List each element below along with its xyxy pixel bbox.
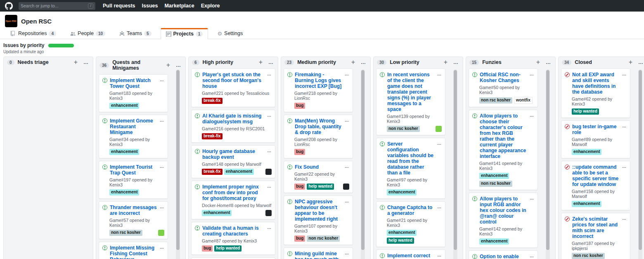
column-menu-button[interactable]: … <box>268 59 274 65</box>
issue-card[interactable]: Allow players to input RGB and/or hex co… <box>469 193 538 248</box>
org-avatar[interactable]: Open RSC <box>5 15 17 27</box>
issue-card[interactable]: Not all EXP award and skill events have … <box>561 68 630 118</box>
issue-card[interactable]: Server configuration variables should be… <box>376 138 445 199</box>
issue-card[interactable]: ::update command able to be set a specif… <box>561 161 630 210</box>
tab-settings[interactable]: ⚙Settings <box>212 28 248 39</box>
add-card-button[interactable]: + <box>259 59 263 65</box>
card-menu-button[interactable]: … <box>530 113 534 118</box>
issue-card[interactable]: NPC aggressive behaviour doesn't appear … <box>284 195 353 245</box>
add-card-button[interactable]: + <box>536 59 540 65</box>
add-card-button[interactable]: + <box>629 59 632 65</box>
card-menu-button[interactable]: … <box>530 72 534 76</box>
issue-title-link[interactable]: Implement Gnome Restaurant Minigame <box>110 118 158 135</box>
nav-explore[interactable]: Explore <box>201 3 220 9</box>
tab-people[interactable]: People10 <box>65 28 110 39</box>
issue-title-link[interactable]: Change Captcha to a generator <box>387 205 436 216</box>
card-menu-button[interactable]: … <box>160 118 164 122</box>
card-menu-button[interactable]: … <box>345 164 349 169</box>
issue-card[interactable]: Implement proper nginx conf from dev int… <box>191 181 275 219</box>
nav-issues[interactable]: Issues <box>142 3 158 9</box>
issue-title-link[interactable]: Player's get stuck on the second floor o… <box>202 72 265 89</box>
issue-title-link[interactable]: Validate that a human is creating charac… <box>202 225 265 237</box>
scrollbar-thumb[interactable] <box>454 70 457 250</box>
issue-title-link[interactable]: Zeke's scimitar prices for steel and mit… <box>572 216 620 239</box>
card-menu-button[interactable]: … <box>267 225 272 230</box>
card-menu-button[interactable]: … <box>530 254 534 258</box>
card-menu-button[interactable]: … <box>622 216 627 221</box>
issue-title-link[interactable]: Server configuration variables should be… <box>387 141 436 176</box>
issue-title-link[interactable]: Official RSC non-Kosher Changes <box>480 72 528 83</box>
scrollbar-thumb[interactable] <box>361 70 365 250</box>
issue-title-link[interactable]: Al Kharid gate is missing dialogue/syste… <box>202 113 265 125</box>
column-menu-button[interactable]: … <box>83 59 89 65</box>
issue-card[interactable]: Implement correct adding/removing friend… <box>376 250 445 259</box>
issue-title-link[interactable]: Implement Missing Fishing Contest Behavi… <box>110 245 158 259</box>
issue-card[interactable]: Player's get stuck on the second floor o… <box>191 68 275 107</box>
card-menu-button[interactable]: … <box>437 253 442 257</box>
card-menu-button[interactable]: … <box>345 118 349 122</box>
avatar[interactable] <box>158 230 164 236</box>
issue-card[interactable]: Implement Gnome Restaurant Minigame…Game… <box>99 115 168 158</box>
issue-card[interactable]: Fix Sound…Game#22 opened by Kenix3bughel… <box>284 161 353 193</box>
issue-card[interactable]: Change Captcha to a generator…Game#21 op… <box>376 201 445 247</box>
card-menu-button[interactable]: … <box>345 251 349 255</box>
issue-title-link[interactable]: Fix Sound <box>295 164 343 170</box>
issue-card[interactable]: Implement correct item on death behaviou… <box>191 257 275 259</box>
issue-title-link[interactable]: Implement correct adding/removing friend… <box>387 253 436 259</box>
issue-card[interactable]: Option to enable custom spells…Game#122 … <box>469 250 538 259</box>
avatar[interactable] <box>436 126 442 132</box>
issue-card[interactable]: Official RSC non-Kosher Changes…Game#50 … <box>469 68 538 107</box>
issue-title-link[interactable]: Thrander messages are incorrect <box>110 205 158 216</box>
issue-title-link[interactable]: ::update command able to be set a specif… <box>572 164 620 187</box>
issue-title-link[interactable]: Implement Watch Tower Quest <box>110 78 158 89</box>
issue-title-link[interactable]: Hourly game database backup event <box>202 148 265 160</box>
issue-card[interactable]: Allow players to choose their character'… <box>469 110 538 190</box>
issue-title-link[interactable]: Mining guild mine has too much mith and … <box>295 251 343 259</box>
issue-title-link[interactable]: In recent versions of the client the gam… <box>387 72 436 112</box>
column-menu-button[interactable]: … <box>176 62 181 68</box>
issue-card[interactable]: Firemaking - Burning Logs gives incorrec… <box>284 68 353 112</box>
issue-title-link[interactable]: Firemaking - Burning Logs gives incorrec… <box>295 72 343 89</box>
card-menu-button[interactable]: … <box>160 205 164 209</box>
card-menu-button[interactable]: … <box>267 148 272 153</box>
scrollbar-thumb[interactable] <box>546 70 549 250</box>
issue-card[interactable]: Al Kharid gate is missing dialogue/syste… <box>191 110 275 143</box>
issue-title-link[interactable]: Implement proper nginx conf from dev int… <box>202 184 265 201</box>
card-menu-button[interactable]: … <box>345 199 349 203</box>
card-menu-button[interactable]: … <box>622 164 627 169</box>
issue-title-link[interactable]: bug tester in-game role <box>572 124 620 135</box>
issue-card[interactable]: Implement Tourist Trap Quest…Game#197 op… <box>99 161 168 199</box>
issue-title-link[interactable]: Not all EXP award and skill events have … <box>572 72 620 95</box>
avatar[interactable] <box>265 210 272 216</box>
avatar[interactable] <box>343 184 349 190</box>
card-menu-button[interactable]: … <box>267 184 272 188</box>
issue-card[interactable]: Zeke's scimitar prices for steel and mit… <box>561 213 630 259</box>
project-name[interactable]: Issues by priority <box>3 42 44 48</box>
issue-title-link[interactable]: Option to enable custom spells <box>480 254 528 259</box>
issue-card[interactable]: Man(Men) Wrong Drop table, quantity & dr… <box>284 115 353 158</box>
issue-card[interactable]: Thrander messages are incorrect…Game#57 … <box>99 201 168 239</box>
issue-card[interactable]: Implement Missing Fishing Contest Behavi… <box>99 242 168 259</box>
column-menu-button[interactable]: … <box>361 59 366 65</box>
issue-title-link[interactable]: NPC aggressive behaviour doesn't appear … <box>295 199 343 222</box>
card-menu-button[interactable]: … <box>267 72 272 76</box>
add-card-button[interactable]: + <box>166 62 170 68</box>
card-menu-button[interactable]: … <box>622 124 627 128</box>
card-menu-button[interactable]: … <box>267 113 272 118</box>
card-menu-button[interactable]: … <box>437 72 442 76</box>
card-menu-button[interactable]: … <box>160 78 164 82</box>
issue-title-link[interactable]: Allow players to input RGB and/or hex co… <box>480 196 528 225</box>
nav-marketplace[interactable]: Marketplace <box>164 3 194 9</box>
add-card-button[interactable]: + <box>74 59 78 65</box>
issue-card[interactable]: Hourly game database backup event…Game#1… <box>191 145 275 178</box>
github-logo-icon[interactable] <box>5 2 13 10</box>
column-menu-button[interactable]: … <box>638 59 644 65</box>
add-card-button[interactable]: + <box>444 59 447 65</box>
search-box[interactable]: / <box>19 2 95 10</box>
issue-title-link[interactable]: Allow players to choose their character'… <box>480 113 528 159</box>
card-menu-button[interactable]: … <box>160 164 164 169</box>
issue-card[interactable]: In recent versions of the client the gam… <box>376 68 445 135</box>
card-menu-button[interactable]: … <box>530 196 534 200</box>
nav-pull-requests[interactable]: Pull requests <box>103 3 135 9</box>
issue-title-link[interactable]: Implement Tourist Trap Quest <box>110 164 158 176</box>
